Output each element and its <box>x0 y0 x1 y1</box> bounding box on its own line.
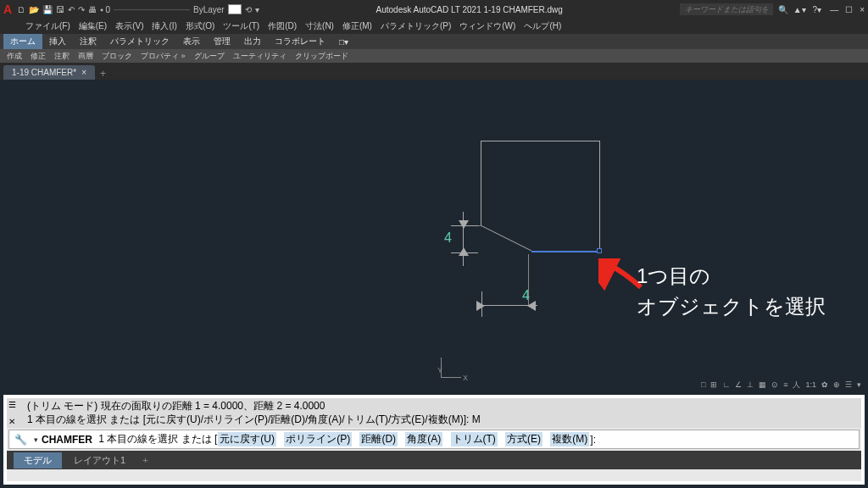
cmd-opt-multiple[interactable]: 複数(M) <box>550 432 589 446</box>
dim-vertical-label: 4 <box>444 230 452 246</box>
cmd-close-icon[interactable]: ✕ <box>8 417 15 426</box>
cmd-menu-icon[interactable]: ☰ <box>8 400 16 409</box>
layout-add[interactable]: + <box>142 455 147 465</box>
app-logo: A <box>3 3 12 16</box>
svg-marker-3 <box>476 301 485 311</box>
new-icon[interactable]: 🗋 <box>17 5 25 14</box>
file-tab-active[interactable]: 1-19 CHAMFER* × <box>3 65 95 80</box>
status-snap-icon[interactable]: ⊞ <box>710 380 717 389</box>
menu-help[interactable]: ヘルプ(H) <box>524 20 561 32</box>
saveas-icon[interactable]: 🖫 <box>56 5 64 14</box>
tab-manage[interactable]: 管理 <box>207 34 237 49</box>
status-ortho-icon[interactable]: ∟ <box>722 380 730 389</box>
tab-home[interactable]: ホーム <box>3 34 42 49</box>
menu-draw[interactable]: 作図(D) <box>268 20 297 32</box>
maximize-button[interactable]: ☐ <box>845 5 853 14</box>
share-icon[interactable]: ⟲ <box>245 5 252 14</box>
cmd-opt-polyline[interactable]: ポリライン(P) <box>284 432 352 446</box>
layout-tabs: モデル レイアウト1 + <box>7 451 861 469</box>
file-tab-close-icon[interactable]: × <box>81 68 86 77</box>
cmd-hist-line1: (トリム モード) 現在の面取りの距離 1 = 4.0000、距離 2 = 4.… <box>27 400 858 413</box>
menu-edit[interactable]: 編集(E) <box>79 20 107 32</box>
search-icon[interactable]: 🔍 <box>778 5 788 14</box>
menu-format[interactable]: 形式(O) <box>186 20 214 32</box>
command-input[interactable]: 🔧 ▾ CHAMFER 1 本目の線を選択 または [ 元に戻す(U) ポリライ… <box>8 430 860 449</box>
status-grid-icon[interactable]: □ <box>701 380 705 389</box>
redo-icon[interactable]: ↷ <box>78 5 85 14</box>
cmd-opt-distance[interactable]: 距離(D) <box>359 432 398 446</box>
panel-groups[interactable]: グループ <box>194 51 225 62</box>
panel-draw[interactable]: 作成 <box>7 51 22 62</box>
status-otrack-icon[interactable]: ▦ <box>759 380 766 389</box>
ucs-y-label: Y <box>437 366 442 374</box>
file-tab-label: 1-19 CHAMFER* <box>12 68 76 77</box>
panel-modify[interactable]: 修正 <box>31 51 46 62</box>
cmd-opt-undo[interactable]: 元に戻す(U) <box>218 432 276 446</box>
tab-parametric[interactable]: パラメトリック <box>103 34 176 49</box>
cmd-hist-line2: 1 本目の線を選択 または [元に戻す(U)/ポリライン(P)/距離(D)/角度… <box>27 413 858 427</box>
panel-clipboard[interactable]: クリップボード <box>295 51 348 62</box>
app-title: Autodesk AutoCAD LT 2021 1-19 CHAMFER.dw… <box>376 5 563 14</box>
tab-layout1[interactable]: レイアウト1 <box>64 452 136 469</box>
cmd-opt-angle[interactable]: 角度(A) <box>405 432 442 446</box>
status-iso-icon[interactable]: ⊕ <box>833 380 840 389</box>
cmd-prompt-text: 1 本目の線を選択 または [ <box>98 432 217 446</box>
status-annoscale-icon[interactable]: 人 <box>793 380 800 391</box>
menu-bar: ファイル(F) 編集(E) 表示(V) 挿入(I) 形式(O) ツール(T) 作… <box>0 19 868 34</box>
panel-layers[interactable]: 画層 <box>78 51 93 62</box>
menu-view[interactable]: 表示(V) <box>115 20 143 32</box>
tab-view[interactable]: 表示 <box>176 34 207 49</box>
search-input[interactable] <box>680 3 773 15</box>
signin-icon[interactable]: ▲ <box>793 5 802 14</box>
status-customize-icon[interactable]: ☰ <box>845 380 852 389</box>
share-dropdown[interactable]: ▪ 0 <box>100 5 110 14</box>
status-transparency-icon[interactable]: ≡ <box>783 380 787 389</box>
cmd-prompt-end: ]: <box>590 434 596 446</box>
status-bar: □ ⊞ ∟ ∠ ⊥ ▦ ⊙ ≡ 人 1:1 ✿ ⊕ ☰ ▾ <box>701 377 868 392</box>
ucs-x-label: X <box>463 374 468 382</box>
selected-edge[interactable] <box>531 251 599 252</box>
tab-collaborate[interactable]: コラボレート <box>268 34 332 49</box>
tab-insert[interactable]: 挿入 <box>42 34 73 49</box>
status-polar-icon[interactable]: ∠ <box>735 380 742 389</box>
callout-line1: 1つ目の <box>637 261 826 291</box>
tab-annotate[interactable]: 注釈 <box>73 34 103 49</box>
minimize-button[interactable]: — <box>830 5 838 14</box>
file-tab-add[interactable]: + <box>100 68 106 80</box>
cmd-recent-icon[interactable]: ▾ <box>34 435 38 444</box>
menu-parametric[interactable]: パラメトリック(P) <box>381 20 451 32</box>
command-history: ☰ ✕ (トリム モード) 現在の面取りの距離 1 = 4.0000、距離 2 … <box>7 398 861 428</box>
menu-modify[interactable]: 修正(M) <box>342 20 372 32</box>
menu-tools[interactable]: ツール(T) <box>223 20 259 32</box>
status-osnap-icon[interactable]: ⊥ <box>747 380 754 389</box>
panel-utilities[interactable]: ユーティリティ <box>233 51 287 62</box>
svg-line-0 <box>481 225 531 251</box>
panel-properties[interactable]: プロパティ » <box>141 51 186 62</box>
panel-annotation[interactable]: 注釈 <box>54 51 70 62</box>
menu-window[interactable]: ウィンドウ(W) <box>459 20 515 32</box>
plot-icon[interactable]: 🖶 <box>88 5 97 14</box>
tab-output[interactable]: 出力 <box>237 34 268 49</box>
cmd-opt-trim[interactable]: トリム(T) <box>451 432 498 446</box>
tab-model[interactable]: モデル <box>14 452 62 469</box>
menu-insert[interactable]: 挿入(I) <box>152 20 176 32</box>
close-button[interactable]: × <box>860 5 865 14</box>
cmd-opt-method[interactable]: 方式(E) <box>505 432 542 446</box>
status-scale[interactable]: 1:1 <box>805 380 816 389</box>
drawing-canvas[interactable]: 4 4 Y X <box>0 80 868 393</box>
tab-more[interactable]: □▾ <box>332 36 355 48</box>
save-icon[interactable]: 💾 <box>42 5 53 14</box>
menu-dimension[interactable]: 寸法(N) <box>305 20 334 32</box>
status-gear-icon[interactable]: ✿ <box>821 380 828 389</box>
panel-block[interactable]: ブロック <box>102 51 132 62</box>
status-lwt-icon[interactable]: ⊙ <box>771 380 778 389</box>
status-tray-dropdown[interactable]: ▾ <box>857 380 861 389</box>
cmd-name: CHAMFER <box>42 434 92 446</box>
command-window[interactable]: ☰ ✕ (トリム モード) 現在の面取りの距離 1 = 4.0000、距離 2 … <box>3 395 865 485</box>
file-tabs: 1-19 CHAMFER* × + <box>0 63 868 80</box>
layer-selector[interactable]: ByLayer <box>193 5 225 14</box>
open-icon[interactable]: 📂 <box>29 5 39 14</box>
menu-file[interactable]: ファイル(F) <box>25 20 70 32</box>
cmd-customize-icon[interactable]: 🔧 <box>14 434 27 446</box>
undo-icon[interactable]: ↶ <box>68 5 75 14</box>
